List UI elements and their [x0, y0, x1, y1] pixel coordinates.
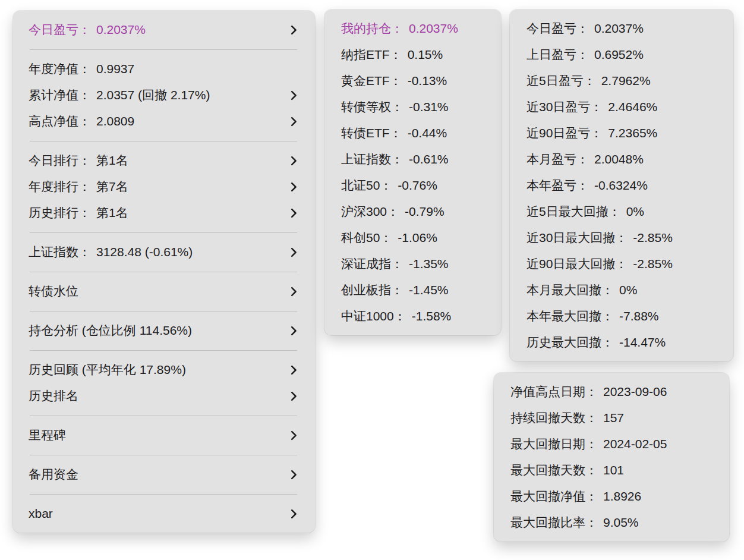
- perf-label: 今日盈亏：: [527, 20, 589, 37]
- drawdown-label: 最大回撤净值：: [510, 488, 598, 505]
- menu-separator: [30, 272, 297, 272]
- menu-item-history-review[interactable]: 历史回顾 (平均年化 17.89%): [13, 357, 315, 383]
- menu-item-annual-rank[interactable]: 年度排行：第7名: [13, 174, 315, 200]
- holding-item-szse-component[interactable]: 深证成指：-1.35%: [324, 251, 501, 277]
- holding-item-csi1000[interactable]: 中证1000：-1.58%: [324, 303, 501, 329]
- holdings-header-label: 我的持仓：: [341, 20, 403, 37]
- holding-item-chinext[interactable]: 创业板指：-1.45%: [324, 277, 501, 303]
- drawdown-item-nav-peak-date[interactable]: 净值高点日期：2023-09-06: [494, 379, 729, 405]
- menu-separator: [30, 311, 297, 312]
- drawdown-value: 9.05%: [603, 515, 639, 530]
- menu-item-label: 历史排行：: [29, 205, 91, 221]
- perf-item-year-pnl[interactable]: 本年盈亏：-0.6324%: [510, 172, 733, 199]
- menu-separator: [30, 232, 297, 233]
- menu-item-today-pnl[interactable]: 今日盈亏：0.2037%: [13, 17, 315, 43]
- chevron-right-icon: [291, 90, 297, 100]
- holding-item-gold-etf[interactable]: 黄金ETF：-0.13%: [324, 68, 501, 94]
- drawdown-item-max-date[interactable]: 最大回撤日期：2024-02-05: [494, 431, 729, 457]
- perf-value: -2.85%: [633, 257, 673, 271]
- perf-item-year-max-drawdown[interactable]: 本年最大回撤：-7.88%: [510, 303, 733, 329]
- menu-item-label: 高点净值：: [29, 113, 91, 130]
- perf-value: 7.2365%: [608, 126, 657, 140]
- chevron-right-icon: [291, 156, 297, 166]
- chevron-right-icon: [291, 326, 297, 336]
- perf-label: 近5日盈亏：: [527, 73, 596, 89]
- holding-item-convertible-etf[interactable]: 转债ETF：-0.44%: [324, 120, 501, 146]
- holdings-header[interactable]: 我的持仓：0.2037%: [324, 15, 501, 42]
- perf-item-today-pnl[interactable]: 今日盈亏：0.2037%: [510, 15, 733, 42]
- holding-item-sse-index[interactable]: 上证指数：-0.61%: [324, 146, 501, 172]
- menu-item-sse-index[interactable]: 上证指数：3128.48 (-0.61%): [13, 239, 315, 265]
- perf-item-5d-pnl[interactable]: 近5日盈亏：2.7962%: [510, 68, 733, 94]
- holding-label: 黄金ETF：: [341, 73, 402, 89]
- menu-item-label: 里程碑: [29, 427, 66, 443]
- menu-item-value: 第7名: [96, 178, 128, 195]
- holding-label: 转债ETF：: [341, 125, 402, 141]
- drawdown-value: 1.8926: [603, 489, 641, 504]
- menu-item-label: 累计净值：: [29, 87, 91, 103]
- menu-item-milestone[interactable]: 里程碑: [13, 422, 315, 448]
- drawdown-label: 净值高点日期：: [510, 383, 598, 400]
- perf-label: 近90日盈亏：: [527, 125, 603, 141]
- menu-item-history-rank[interactable]: 历史排行：第1名: [13, 200, 315, 226]
- menu-item-position-analysis[interactable]: 持仓分析 (仓位比例 114.56%): [13, 317, 315, 344]
- perf-value: 2.7962%: [601, 74, 651, 88]
- perf-item-30d-max-drawdown[interactable]: 近30日最大回撤：-2.85%: [510, 225, 733, 251]
- perf-item-prev-day-pnl[interactable]: 上日盈亏：0.6952%: [510, 42, 733, 68]
- drawdown-item-continuous-days[interactable]: 持续回撤天数：157: [494, 405, 729, 431]
- holding-value: 0.15%: [408, 48, 443, 62]
- perf-item-90d-max-drawdown[interactable]: 近90日最大回撤：-2.85%: [510, 251, 733, 277]
- perf-label: 近90日最大回撤：: [527, 256, 628, 272]
- perf-value: 0%: [619, 283, 637, 297]
- perf-item-30d-pnl[interactable]: 近30日盈亏：2.4646%: [510, 94, 733, 120]
- holding-item-convertible-equal-weight[interactable]: 转债等权：-0.31%: [324, 94, 501, 120]
- menu-item-annual-nav[interactable]: 年度净值：0.9937: [13, 56, 315, 82]
- holding-value: -0.44%: [408, 126, 447, 140]
- menu-item-convertible-level[interactable]: 转债水位: [13, 278, 315, 304]
- drawdown-label: 最大回撤比率：: [510, 514, 598, 531]
- menu-item-value: 第1名: [96, 152, 128, 169]
- drawdown-item-max-days[interactable]: 最大回撤天数：101: [494, 457, 729, 483]
- drawdown-value: 101: [603, 463, 624, 477]
- holding-label: 北证50：: [341, 177, 392, 194]
- menu-item-xbar[interactable]: xbar: [13, 501, 315, 527]
- drawdown-label: 最大回撤天数：: [510, 462, 598, 479]
- perf-label: 本月最大回撤：: [527, 282, 614, 298]
- drawdown-item-max-nav[interactable]: 最大回撤净值：1.8926: [494, 483, 729, 509]
- menu-item-label: 备用资金: [29, 466, 78, 483]
- chevron-right-icon: [291, 509, 297, 519]
- holding-item-bse50[interactable]: 北证50：-0.76%: [324, 172, 501, 199]
- holding-item-csi300[interactable]: 沪深300：-0.79%: [324, 199, 501, 225]
- menu-separator: [30, 416, 297, 416]
- holding-value: -0.61%: [409, 152, 449, 166]
- menu-item-value: 0.2037%: [96, 23, 146, 37]
- holding-value: -0.76%: [398, 178, 437, 193]
- chevron-right-icon: [291, 247, 297, 257]
- perf-label: 历史最大回撤：: [527, 334, 614, 351]
- holding-value: -1.35%: [409, 257, 449, 271]
- menu-separator: [30, 455, 297, 455]
- menu-item-history-ranking[interactable]: 历史排名: [13, 383, 315, 409]
- chevron-right-icon: [291, 430, 297, 441]
- perf-item-month-pnl[interactable]: 本月盈亏：2.0048%: [510, 146, 733, 172]
- perf-value: -7.88%: [619, 309, 659, 323]
- perf-label: 本年最大回撤：: [527, 308, 614, 325]
- menu-item-label: xbar: [29, 506, 53, 521]
- drawdown-value: 2024-02-05: [603, 437, 667, 451]
- menu-separator: [30, 141, 297, 141]
- menu-item-cumulative-nav[interactable]: 累计净值：2.0357 (回撤 2.17%): [13, 82, 315, 108]
- holding-item-star50[interactable]: 科创50：-1.06%: [324, 225, 501, 251]
- holding-item-nasdaq-etf[interactable]: 纳指ETF：0.15%: [324, 42, 501, 68]
- perf-item-history-max-drawdown[interactable]: 历史最大回撤：-14.47%: [510, 329, 733, 355]
- perf-item-90d-pnl[interactable]: 近90日盈亏：7.2365%: [510, 120, 733, 146]
- perf-item-5d-max-drawdown[interactable]: 近5日最大回撤：0%: [510, 199, 733, 225]
- perf-item-month-max-drawdown[interactable]: 本月最大回撤：0%: [510, 277, 733, 303]
- perf-value: 2.4646%: [608, 100, 657, 114]
- holding-label: 深证成指：: [341, 256, 403, 272]
- perf-value: 2.0048%: [594, 152, 644, 166]
- perf-value: -0.6324%: [594, 178, 648, 193]
- menu-item-reserve-funds[interactable]: 备用资金: [13, 461, 315, 487]
- menu-item-today-rank[interactable]: 今日排行：第1名: [13, 147, 315, 174]
- menu-item-peak-nav[interactable]: 高点净值：2.0809: [13, 108, 315, 134]
- drawdown-item-max-ratio[interactable]: 最大回撤比率：9.05%: [494, 509, 729, 536]
